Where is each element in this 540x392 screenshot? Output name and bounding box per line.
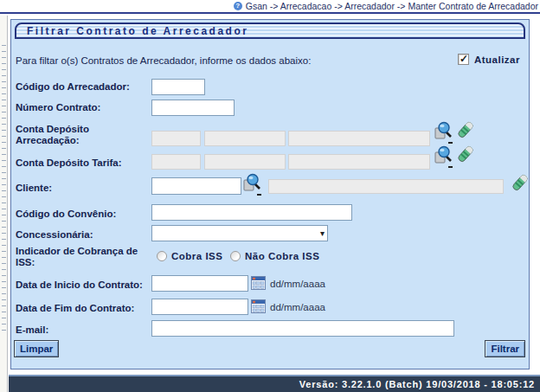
conta-deposito-tarifa-banco <box>151 154 201 170</box>
codigo-arrecadador-input[interactable] <box>151 79 205 95</box>
atualizar-field: Atualizar <box>458 54 520 65</box>
cobra-iss-option[interactable]: Cobra ISS <box>157 251 222 261</box>
conta-deposito-arrecadacao-conta <box>288 131 430 146</box>
cobra-iss-radio[interactable] <box>157 251 167 261</box>
left-frame-gutter <box>0 16 8 392</box>
conta-deposito-tarifa-label: Conta Depósito Tarifa: <box>16 157 145 169</box>
numero-contrato-input[interactable] <box>151 100 235 116</box>
version-text: Versão: 3.22.1.0 (Batch) 19/03/2018 - 18… <box>299 379 535 389</box>
search-icon[interactable] <box>243 173 262 192</box>
gutter-dots <box>2 45 6 331</box>
concessionaria-select[interactable] <box>151 225 328 241</box>
search-icon[interactable] <box>434 145 453 164</box>
conta-deposito-arrecadacao-banco <box>151 131 201 146</box>
nao-cobra-iss-label: Não Cobra ISS <box>245 251 319 261</box>
conta-deposito-arrecadacao-agencia <box>204 131 286 146</box>
codigo-convenio-input[interactable] <box>151 204 352 221</box>
conta-deposito-tarifa-conta <box>288 154 430 170</box>
numero-contrato-label: Número Contrato: <box>16 102 145 113</box>
breadcrumb: Gsan -> Arrecadacao -> Arrecadador -> Ma… <box>246 1 538 11</box>
cliente-input[interactable] <box>151 177 241 195</box>
conta-deposito-arrecadacao-label: Conta Depósito Arrecadação: <box>16 124 145 146</box>
search-link-underscore <box>448 142 453 144</box>
nao-cobra-iss-radio[interactable] <box>230 251 241 261</box>
eraser-icon[interactable] <box>456 145 475 164</box>
atualizar-label: Atualizar <box>474 55 520 65</box>
cliente-nome-display <box>268 179 504 194</box>
data-inicio-input[interactable] <box>151 275 248 292</box>
email-input[interactable] <box>151 320 454 337</box>
data-fim-label: Data de Fim do Contrato: <box>16 303 145 314</box>
nao-cobra-iss-option[interactable]: Não Cobra ISS <box>230 251 319 261</box>
breadcrumb-bar: ? Gsan -> Arrecadacao -> Arrecadador -> … <box>0 0 540 14</box>
search-link-underscore <box>257 194 261 196</box>
cliente-label: Cliente: <box>16 183 145 194</box>
codigo-convenio-label: Código do Convênio: <box>16 209 145 220</box>
cobra-iss-label: Cobra ISS <box>171 251 222 261</box>
atualizar-checkbox[interactable] <box>458 54 469 65</box>
intro-text: Para filtar o(s) Contratos de Arrecadado… <box>16 55 311 66</box>
search-icon[interactable] <box>434 121 453 140</box>
data-inicio-label: Data de Inicio do Contrato: <box>16 280 145 291</box>
eraser-icon[interactable] <box>511 173 530 192</box>
conta-deposito-tarifa-agencia <box>204 154 286 170</box>
calendar-icon[interactable] <box>251 276 266 290</box>
data-fim-input[interactable] <box>151 299 248 315</box>
indicador-iss-label: Indicador de Cobrança de ISS: <box>16 246 145 268</box>
email-label: E-mail: <box>16 325 145 336</box>
codigo-arrecadador-label: Código do Arrecadador: <box>16 81 145 93</box>
page-title: Filtrar Contrato de Arrecadador <box>15 22 525 39</box>
version-bar: Versão: 3.22.1.0 (Batch) 19/03/2018 - 18… <box>9 375 540 392</box>
limpar-button[interactable]: Limpar <box>14 340 59 357</box>
search-link-underscore <box>448 166 453 168</box>
eraser-icon[interactable] <box>456 120 475 139</box>
concessionaria-label: Concessionária: <box>16 229 145 241</box>
help-icon[interactable]: ? <box>234 2 242 10</box>
data-inicio-format-hint: dd/mm/aaaa <box>270 279 325 289</box>
calendar-icon[interactable] <box>251 299 266 313</box>
data-fim-format-hint: dd/mm/aaaa <box>270 302 325 312</box>
filter-panel: Filtrar Contrato de Arrecadador Para fil… <box>10 19 530 370</box>
filtrar-button[interactable]: Filtrar <box>485 340 525 357</box>
